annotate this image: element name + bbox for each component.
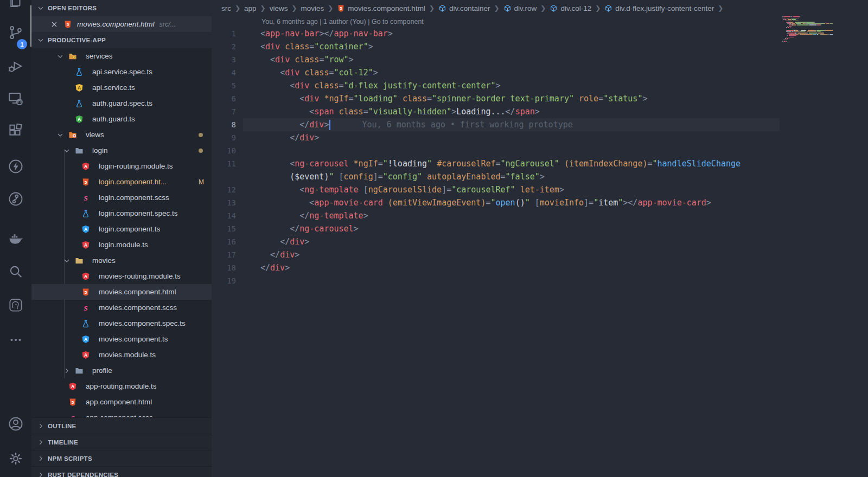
tree-item-label: login.component.ht... — [99, 178, 167, 186]
tree-folder-movies[interactable]: movies — [31, 253, 212, 268]
tree-file-movies-routing.module.ts[interactable]: Amovies-routing.module.ts — [31, 268, 212, 284]
line-number: 11 — [212, 159, 243, 168]
tree-file-login.component.spec.ts[interactable]: login.component.spec.ts — [31, 205, 212, 221]
section-header-npm-scripts[interactable]: NPM SCRIPTS — [31, 450, 212, 466]
ng-red-icon: A — [81, 351, 90, 359]
breadcrumb-item-movies-component-html[interactable]: 5movies.component.html — [337, 4, 425, 12]
gitlens-icon[interactable] — [8, 191, 24, 207]
section-header-outline[interactable]: OUTLINE — [31, 417, 212, 434]
code-line-15[interactable]: 15 </ng-carousel> — [212, 222, 868, 235]
tree-file-app-routing.module.ts[interactable]: Aapp-routing.module.ts — [31, 378, 212, 394]
code-line-10[interactable]: 10 — [212, 144, 868, 157]
line-number: 4 — [212, 68, 243, 77]
code-line-1[interactable]: 1<app-nav-bar></app-nav-bar> — [212, 27, 868, 40]
files-icon[interactable] — [8, 0, 24, 9]
code-line-14[interactable]: 14 </ng-template> — [212, 209, 868, 222]
tree-file-login.component.ht...[interactable]: 5login.component.ht...M — [31, 174, 212, 190]
code-line-2[interactable]: 2<div class="container"> — [212, 40, 868, 53]
code-area[interactable]: 1<app-nav-bar></app-nav-bar>2<div class=… — [212, 27, 868, 287]
breadcrumb-item-movies[interactable]: movies — [301, 4, 324, 12]
tree-file-api.service.spec.ts[interactable]: api.service.spec.ts — [31, 64, 212, 80]
tree-file-movies.component.html[interactable]: 5movies.component.html — [31, 284, 212, 300]
minimap[interactable] — [781, 16, 833, 81]
tree-file-login.component.ts[interactable]: Alogin.component.ts — [31, 221, 212, 237]
tree-file-login-routing.module.ts[interactable]: Alogin-routing.module.ts — [31, 158, 212, 174]
codelens-blame[interactable]: You, 6 months ago | 1 author (You) | Go … — [261, 18, 424, 25]
tree-folder-login[interactable]: login — [31, 143, 212, 158]
breadcrumb-item-div-d-flex-justify-content-center[interactable]: div.d-flex.justify-content-center — [604, 4, 714, 12]
section-header-timeline[interactable]: TIMELINE — [31, 434, 212, 450]
code-text: <div class="d-flex justify-content-cente… — [243, 81, 501, 91]
section-title: NPM SCRIPTS — [48, 455, 92, 462]
line-number: 10 — [212, 146, 243, 155]
code-line-8[interactable]: 8 </div>You, 6 months ago • first workin… — [212, 118, 868, 131]
html-file-icon: 5 — [337, 4, 345, 12]
thunder-client-icon[interactable] — [8, 158, 24, 175]
open-editor-item[interactable]: 5 movies.component.html src/... — [31, 16, 212, 32]
breadcrumb-item-app[interactable]: app — [244, 4, 257, 12]
editor-pane[interactable]: src❯app❯views❯movies❯5movies.component.h… — [212, 0, 868, 477]
code-line-7[interactable]: 7 <span class="visually-hidden">Loading.… — [212, 105, 868, 118]
docker-icon[interactable] — [8, 230, 24, 247]
tree-file-movies.component.spec.ts[interactable]: movies.component.spec.ts — [31, 315, 212, 331]
remote-explorer-icon[interactable] — [8, 91, 24, 107]
close-icon[interactable] — [50, 20, 59, 29]
code-line-12[interactable]: 12 <ng-template [ngCarouselSlide]="carou… — [212, 183, 868, 196]
code-line-17[interactable]: 17 </div> — [212, 248, 868, 261]
code-line-wrap[interactable]: ($event)" [config]="config" autoplayEnab… — [212, 170, 868, 183]
tree-file-app.component.html[interactable]: 5app.component.html — [31, 394, 212, 410]
code-line-19[interactable]: 19 — [212, 274, 868, 287]
code-line-13[interactable]: 13 <app-movie-card (emitViewImageEvent)=… — [212, 196, 868, 209]
svg-text:A: A — [84, 352, 87, 358]
tree-folder-profile[interactable]: profile — [31, 363, 212, 378]
activity-bar: 1 — [0, 0, 31, 477]
html-file-icon: 5 — [63, 20, 72, 29]
extensions-icon[interactable] — [8, 123, 24, 139]
modified-dot-badge — [199, 149, 203, 153]
chevron-down-icon — [63, 257, 71, 265]
breadcrumb-item-div-row[interactable]: div.row — [503, 4, 537, 12]
account-icon[interactable] — [8, 416, 24, 432]
breadcrumb-item-views[interactable]: views — [270, 4, 288, 12]
code-line-3[interactable]: 3 <div class="row"> — [212, 53, 868, 66]
code-line-4[interactable]: 4 <div class="col-12"> — [212, 66, 868, 79]
code-text: <div *ngIf="loading" class="spinner-bord… — [243, 94, 647, 104]
tree-file-auth.guard.ts[interactable]: Aauth.guard.ts — [31, 111, 212, 127]
postgresql-icon[interactable] — [8, 297, 24, 313]
project-header[interactable]: PRODUCTIVE-APP — [31, 32, 212, 48]
tree-folder-views[interactable]: views — [31, 127, 212, 143]
run-debug-icon[interactable] — [8, 58, 24, 74]
code-line-6[interactable]: 6 <div *ngIf="loading" class="spinner-bo… — [212, 92, 868, 105]
tree-folder-services[interactable]: services — [31, 48, 212, 64]
breadcrumb-item-src[interactable]: src — [221, 4, 231, 12]
code-line-9[interactable]: 9 </div> — [212, 131, 868, 144]
breadcrumb-item-div-container[interactable]: div.container — [438, 4, 490, 12]
tree-file-auth.guard.spec.ts[interactable]: auth.guard.spec.ts — [31, 95, 212, 111]
settings-gear-icon[interactable] — [8, 450, 24, 467]
code-line-5[interactable]: 5 <div class="d-flex justify-content-cen… — [212, 79, 868, 92]
tree-item-label: auth.guard.spec.ts — [92, 99, 152, 107]
tree-item-label: profile — [92, 366, 112, 375]
breadcrumb-item-div-col-12[interactable]: div.col-12 — [550, 4, 591, 12]
modified-dot-badge — [199, 133, 203, 137]
chevron-right-icon — [37, 422, 44, 430]
section-header-rust-dependencies[interactable]: RUST DEPENDENCIES — [31, 466, 212, 477]
tree-file-api.service.ts[interactable]: Aapi.service.ts — [31, 80, 212, 95]
folder-views-icon — [68, 131, 77, 139]
svg-text:A: A — [78, 85, 81, 91]
open-editors-header[interactable]: OPEN EDITORS — [31, 0, 212, 16]
tree-file-login.module.ts[interactable]: Alogin.module.ts — [31, 237, 212, 253]
code-line-18[interactable]: 18</div> — [212, 261, 868, 274]
code-line-11[interactable]: 11 <ng-carousel *ngIf="!loading" #carous… — [212, 157, 868, 170]
more-tools-icon[interactable] — [8, 332, 24, 348]
search-icon[interactable] — [8, 263, 24, 280]
tree-file-movies.component.ts[interactable]: Amovies.component.ts — [31, 331, 212, 347]
tree-file-login.component.scss[interactable]: Slogin.component.scss — [31, 190, 212, 205]
code-line-16[interactable]: 16 </div> — [212, 235, 868, 248]
tree-file-movies.module.ts[interactable]: Amovies.module.ts — [31, 347, 212, 363]
test-icon — [81, 209, 90, 218]
tree-file-movies.component.scss[interactable]: Smovies.component.scss — [31, 300, 212, 315]
source-control-icon[interactable] — [8, 24, 24, 41]
tree-file-app.component.scss[interactable]: Sapp.component.scss — [31, 410, 212, 417]
sidebar-sash[interactable] — [30, 5, 31, 47]
